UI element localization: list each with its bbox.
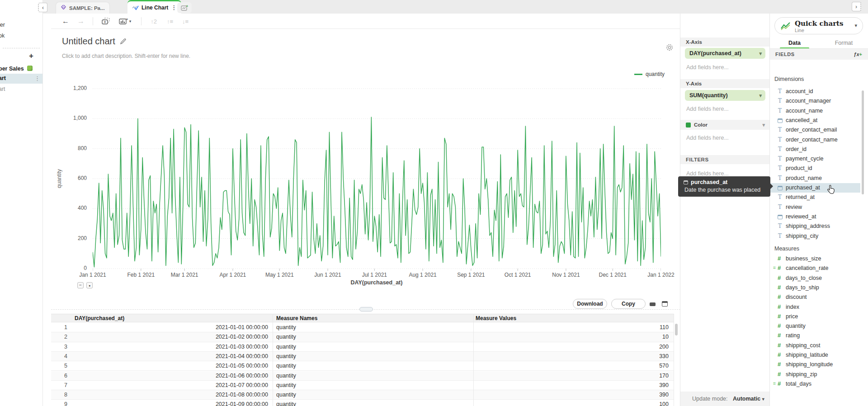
field-item-shipping_city[interactable]: Tshipping_city — [770, 231, 860, 241]
column-header-date[interactable]: DAY(purchased_at) — [75, 315, 124, 321]
quantity-series-line — [93, 117, 661, 267]
column-header-measure-values[interactable]: Measure Values — [476, 315, 516, 321]
x-axis-field-pill[interactable]: DAY(purchased_at) ▾ — [685, 48, 765, 59]
field-item-rating[interactable]: #rating — [770, 331, 860, 340]
text-type-icon: T — [778, 137, 782, 143]
chart-settings-gear-icon[interactable] — [665, 42, 675, 52]
chevron-down-icon[interactable]: ▾ — [854, 23, 857, 28]
tab-sample-workbook[interactable]: SAMPLE: Pa... — [56, 2, 110, 14]
field-item-shipping_latitude[interactable]: #shipping_latitude — [770, 350, 860, 360]
chevron-down-icon[interactable]: ▾ — [759, 90, 762, 101]
field-item-business_size[interactable]: #business_size — [770, 254, 860, 264]
expanded-view-icon[interactable] — [662, 301, 668, 307]
sidebar-item-kebab-icon[interactable]: ⋮ — [34, 75, 40, 82]
sort-ascending-button[interactable]: ↑≡ — [164, 16, 176, 27]
field-item-account_id[interactable]: Taccount_id — [770, 87, 860, 96]
table-row[interactable]: 72021-01-07 00:00:00quantity390 — [51, 381, 674, 390]
field-item-order_contact_name[interactable]: Torder_contact_name — [770, 135, 860, 145]
left-sidebar: ler ok + per Sales art ⋮ art — [0, 0, 43, 406]
field-item-account_manager[interactable]: Taccount_manager — [770, 96, 860, 106]
field-item-returned_at[interactable]: Treturned_at — [770, 193, 860, 202]
color-section-header[interactable]: Color ▾ — [680, 120, 769, 130]
add-calculated-field-icon[interactable]: ƒx+ — [854, 49, 862, 60]
field-item-shipping_longitude[interactable]: #shipping_longitude — [770, 360, 860, 369]
field-item-review[interactable]: Treview — [770, 203, 860, 212]
table-row[interactable]: 42021-01-04 00:00:00quantity330 — [51, 352, 674, 361]
y-axis-add-fields[interactable]: Add fields here... — [686, 106, 729, 112]
tab-data[interactable]: Data — [770, 38, 819, 49]
remove-chart-button[interactable]: × ▾ — [115, 16, 134, 27]
redo-button[interactable]: → — [75, 16, 86, 27]
filters-add-fields[interactable]: Add fields here... — [686, 170, 729, 177]
field-item-index[interactable]: #index — [770, 302, 860, 312]
sidebar-selected-label: art — [0, 75, 6, 81]
x-tick-label: Jun 1 2021 — [303, 272, 353, 278]
zoom-out-button[interactable]: − — [77, 282, 84, 288]
field-item-order_contact_email[interactable]: Torder_contact_email — [770, 125, 860, 135]
fields-scrollbar[interactable] — [862, 90, 864, 194]
update-mode-select[interactable]: Automatic ▾ — [733, 396, 764, 402]
collapse-left-panel-button[interactable]: ‹ — [38, 3, 47, 12]
field-item-cancellation_rate[interactable]: =#cancellation_rate — [770, 264, 860, 273]
edit-pencil-icon[interactable] — [120, 38, 127, 45]
sort-numeric-button[interactable]: ↑2 — [148, 16, 160, 27]
field-item-cancelled_at[interactable]: cancelled_at — [770, 116, 860, 125]
tab-format[interactable]: Format — [819, 38, 868, 49]
panel-resize-handle[interactable] — [359, 307, 373, 312]
x-axis-add-fields[interactable]: Add fields here... — [686, 64, 729, 71]
field-item-reviewed_at[interactable]: reviewed_at — [770, 212, 860, 222]
field-item-payment_cycle[interactable]: Tpayment_cycle — [770, 154, 860, 164]
field-item-discount[interactable]: #discount — [770, 293, 860, 302]
table-row[interactable]: 22021-01-02 00:00:00quantity10 — [51, 332, 674, 342]
sidebar-item-cut-1[interactable]: ler — [0, 22, 5, 28]
table-row[interactable]: 52021-01-05 00:00:00quantity570 — [51, 361, 674, 371]
sidebar-workbook-item[interactable]: per Sales — [0, 64, 43, 73]
new-chart-tab-button[interactable]: + — [177, 2, 192, 13]
column-header-measure-names[interactable]: Measure Names — [276, 315, 317, 321]
color-add-fields[interactable]: Add fields here... — [686, 135, 729, 141]
table-row[interactable]: 12021-01-01 00:00:00quantity110 — [51, 323, 674, 332]
table-row[interactable]: 32021-01-03 00:00:00quantity200 — [51, 342, 674, 352]
cell-measure-name: quantity — [276, 401, 296, 406]
copy-button[interactable]: Copy — [611, 299, 646, 309]
sort-descending-button[interactable]: ↓≡ — [179, 16, 191, 27]
line-chart-plot[interactable] — [93, 84, 661, 273]
chart-title[interactable]: Untitled chart — [62, 36, 115, 47]
color-swatch-icon — [686, 123, 691, 127]
field-item-account_name[interactable]: Taccount_name — [770, 106, 860, 116]
add-chart-button[interactable]: + — [29, 52, 33, 61]
sidebar-item-cut-2[interactable]: ok — [0, 33, 5, 39]
chevron-down-icon[interactable]: ▾ — [762, 120, 765, 130]
chart-type-selector[interactable]: Quick charts Line ▾ — [774, 17, 863, 34]
field-item-purchased_at[interactable]: purchased_at — [770, 183, 860, 193]
tab-line-chart[interactable]: Line Chart ⋮ — [127, 0, 181, 14]
reset-zoom-button[interactable]: ● — [86, 282, 93, 288]
table-row[interactable]: 92021-01-09 00:00:00quantity100 — [51, 400, 674, 406]
field-item-shipping_zip[interactable]: #shipping_zip — [770, 370, 860, 379]
field-item-shipping_cost[interactable]: #shipping_cost — [770, 341, 860, 350]
download-button[interactable]: Download — [573, 299, 607, 309]
x-axis-pill-label: DAY(purchased_at) — [689, 50, 741, 57]
chevron-down-icon[interactable]: ▾ — [759, 48, 762, 59]
table-row[interactable]: 62021-01-06 00:00:00quantity170 — [51, 371, 674, 381]
field-item-product_id[interactable]: Tproduct_id — [770, 164, 860, 173]
y-axis-field-pill[interactable]: SUM(quantity) ▾ — [685, 90, 765, 101]
field-item-days_to_ship[interactable]: #days_to_ship — [770, 283, 860, 293]
duplicate-chart-button[interactable]: + — [99, 16, 113, 27]
chart-description-placeholder[interactable]: Click to add chart description. Shift-en… — [62, 53, 190, 59]
field-item-shipping_address[interactable]: Tshipping_address — [770, 222, 860, 231]
tab-kebab-icon[interactable]: ⋮ — [171, 4, 177, 11]
field-item-order_id[interactable]: Torder_id — [770, 145, 860, 154]
field-item-days_to_close[interactable]: #days_to_close — [770, 274, 860, 283]
field-item-quantity[interactable]: #quantity — [770, 321, 860, 331]
table-scrollbar[interactable] — [675, 324, 678, 335]
field-item-total_days[interactable]: =#total_days — [770, 379, 860, 389]
field-item-product_name[interactable]: Tproduct_name — [770, 174, 860, 183]
table-row[interactable]: 82021-01-08 00:00:00quantity390 — [51, 390, 674, 400]
collapse-right-panel-button[interactable]: › — [852, 2, 861, 11]
undo-button[interactable]: ← — [60, 16, 71, 27]
sidebar-item-2[interactable]: art — [0, 86, 5, 92]
sidebar-item-selected[interactable]: art ⋮ — [0, 74, 43, 84]
field-item-price[interactable]: #price — [770, 312, 860, 321]
compact-view-icon[interactable] — [650, 302, 656, 306]
